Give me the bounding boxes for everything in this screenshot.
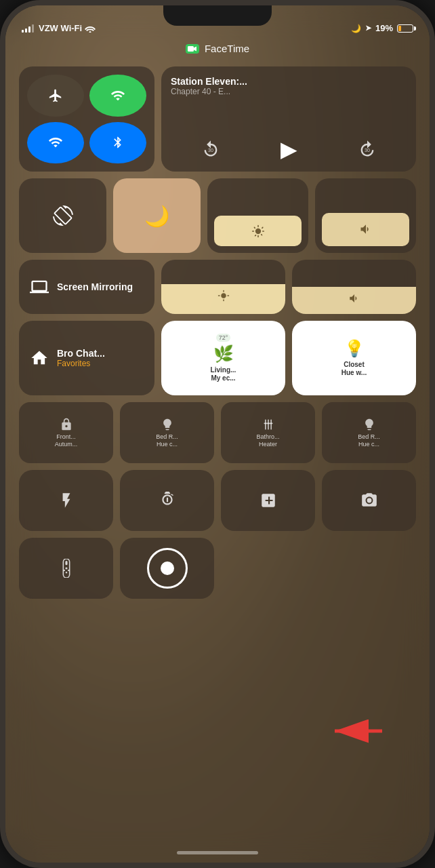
living-room-device-button[interactable]: 72° 🌿 Living... My ec... (161, 321, 285, 395)
skip-forward-button[interactable]: 30 (358, 140, 377, 159)
svg-rect-4 (268, 419, 269, 429)
wifi-button[interactable] (27, 122, 84, 164)
now-playing-header: Station Eleven:... Chapter 40 - E... (171, 76, 407, 96)
smart-devices-row: 72° 🌿 Living... My ec... 💡 Closet Hue w.… (161, 321, 416, 395)
bathroom-heater-tile[interactable]: Bathro...Heater (221, 402, 315, 463)
home-text-block: Bro Chat... Favorites (57, 348, 105, 368)
carrier-label: VZW Wi-Fi (39, 23, 82, 33)
now-playing-title: Station Eleven:... (171, 76, 407, 87)
brightness-vertical-slider[interactable] (161, 260, 285, 314)
timer-button[interactable] (120, 470, 214, 531)
svg-point-7 (367, 498, 371, 503)
hue-bulb-icon: 💡 (344, 339, 365, 358)
svg-rect-3 (265, 419, 266, 429)
signal-bar-3 (28, 26, 30, 33)
front-door-tile[interactable]: Front...Autum... (19, 402, 113, 463)
signal-bars (22, 24, 34, 33)
heater-icon (262, 418, 275, 431)
home-indicator (177, 851, 258, 854)
record-inner-dot (161, 561, 174, 575)
front-door-name: Front...Autum... (55, 433, 78, 448)
spacer-2 (322, 538, 416, 599)
battery-indicator (397, 24, 413, 33)
svg-rect-9 (65, 561, 67, 565)
battery-fill (398, 26, 401, 31)
row-screen-mirroring: Screen Mirroring (19, 260, 416, 314)
row-home-smart: Bro Chat... Favorites 72° 🌿 Living... My… (19, 321, 416, 395)
row-small-tiles: Front...Autum... Bed R...Hue c... Bathro… (19, 402, 416, 463)
svg-text:30: 30 (365, 148, 370, 153)
flashlight-button[interactable] (19, 470, 113, 531)
airplane-mode-button[interactable] (27, 75, 84, 117)
bulb-icon-2 (362, 418, 376, 431)
wifi-icon (85, 24, 96, 33)
rotation-lock-button[interactable] (19, 178, 106, 253)
camera-button[interactable] (322, 470, 416, 531)
spacer-1 (221, 538, 315, 599)
now-playing-controls: 30 ▶ 30 (171, 136, 407, 162)
closet-hue-device-button[interactable]: 💡 Closet Hue w... (292, 321, 416, 395)
living-room-device-name: Living... My ec... (211, 366, 236, 382)
svg-point-11 (65, 572, 66, 573)
svg-rect-5 (270, 419, 272, 429)
svg-text:30: 30 (208, 148, 213, 153)
facetime-banner[interactable]: FaceTime (186, 43, 249, 54)
status-right: 🌙 ➤ 19% (351, 23, 413, 33)
row-connectivity-nowplaying: Station Eleven:... Chapter 40 - E... 30 … (19, 66, 416, 172)
signal-bar-2 (25, 28, 27, 33)
location-icon: ➤ (365, 24, 371, 33)
play-button[interactable]: ▶ (281, 136, 297, 162)
phone-frame: VZW Wi-Fi 🌙 ➤ 19% FaceT (0, 0, 435, 868)
home-title: Bro Chat... (57, 348, 105, 359)
bed-r2-tile[interactable]: Bed R...Hue c... (322, 402, 416, 463)
calculator-button[interactable] (221, 470, 315, 531)
svg-point-10 (65, 567, 67, 569)
row-toggles: 🌙 (19, 178, 416, 253)
status-left: VZW Wi-Fi (22, 23, 96, 33)
lock-icon (60, 418, 73, 431)
battery-percent: 19% (375, 23, 393, 33)
svg-point-13 (67, 570, 68, 571)
remote-button[interactable] (19, 538, 113, 599)
cellular-button[interactable] (89, 75, 146, 117)
volume-slider[interactable] (315, 178, 416, 253)
home-button[interactable]: Bro Chat... Favorites (19, 321, 154, 395)
signal-bar-4 (32, 24, 34, 33)
volume-vertical-slider[interactable] (292, 260, 416, 314)
brightness-slider[interactable] (207, 178, 308, 253)
thermostat-icon: 🌿 (213, 344, 234, 363)
moon-icon: 🌙 (351, 24, 361, 33)
facetime-icon (186, 44, 199, 54)
bed-r2-name: Bed R...Hue c... (358, 433, 380, 448)
now-playing-card[interactable]: Station Eleven:... Chapter 40 - E... 30 … (161, 66, 416, 172)
record-outer-ring (147, 548, 188, 589)
row-bottom-buttons (19, 538, 416, 599)
svg-rect-6 (264, 422, 272, 424)
volume-fill (292, 287, 416, 314)
notch (163, 5, 272, 26)
svg-point-12 (63, 570, 64, 571)
screen-mirroring-label: Screen Mirroring (57, 281, 133, 293)
brightness-fill (161, 284, 285, 314)
signal-bar-1 (22, 30, 24, 33)
battery-icon (397, 24, 413, 33)
row3-sliders (161, 260, 416, 314)
connectivity-block (19, 66, 154, 172)
bathroom-heater-name: Bathro...Heater (256, 433, 279, 448)
bluetooth-button[interactable] (89, 122, 146, 164)
facetime-label: FaceTime (205, 43, 249, 54)
bed-r1-tile[interactable]: Bed R...Hue c... (120, 402, 214, 463)
now-playing-subtitle: Chapter 40 - E... (171, 87, 407, 96)
screen-record-button[interactable] (120, 538, 214, 599)
skip-back-button[interactable]: 30 (201, 140, 220, 159)
closet-device-name: Closet Hue w... (341, 361, 367, 377)
control-center: Station Eleven:... Chapter 40 - E... 30 … (19, 66, 416, 829)
row-action-buttons (19, 470, 416, 531)
home-subtitle: Favorites (57, 359, 105, 368)
bed-r1-name: Bed R...Hue c... (156, 433, 178, 448)
do-not-disturb-button[interactable]: 🌙 (113, 178, 201, 253)
screen-mirroring-button[interactable]: Screen Mirroring (19, 260, 154, 314)
device-temp: 72° (216, 334, 231, 342)
svg-rect-0 (188, 46, 194, 52)
bulb-icon-1 (161, 418, 174, 431)
